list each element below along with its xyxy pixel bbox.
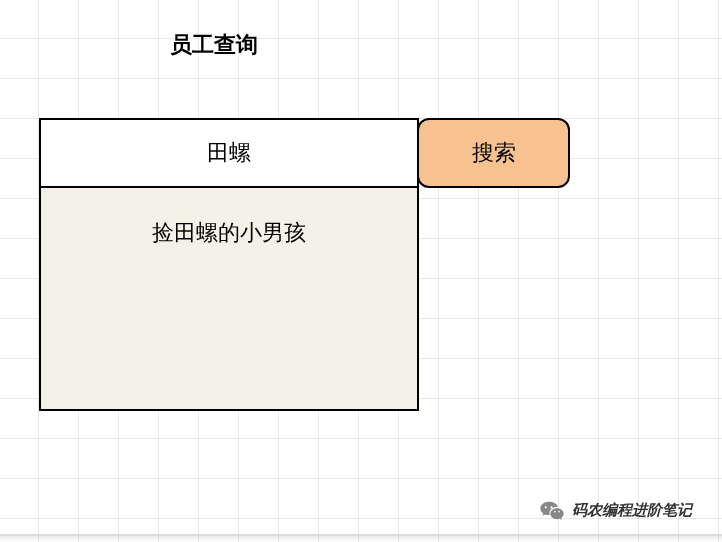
search-input[interactable]: 田螺 (39, 118, 419, 188)
result-item[interactable]: 捡田螺的小男孩 (41, 218, 417, 248)
content-area: 员工查询 田螺 搜索 捡田螺的小男孩 码农编程进阶笔记 (0, 0, 722, 542)
wechat-icon (540, 498, 564, 522)
search-input-value: 田螺 (207, 138, 251, 168)
search-row: 田螺 搜索 (39, 118, 570, 188)
bottom-shadow (0, 536, 722, 542)
results-panel: 捡田螺的小男孩 (39, 186, 419, 411)
search-button[interactable]: 搜索 (417, 118, 570, 188)
search-button-label: 搜索 (472, 138, 516, 168)
watermark: 码农编程进阶笔记 (540, 498, 692, 522)
watermark-text: 码农编程进阶笔记 (572, 501, 692, 520)
page-title: 员工查询 (170, 30, 258, 60)
